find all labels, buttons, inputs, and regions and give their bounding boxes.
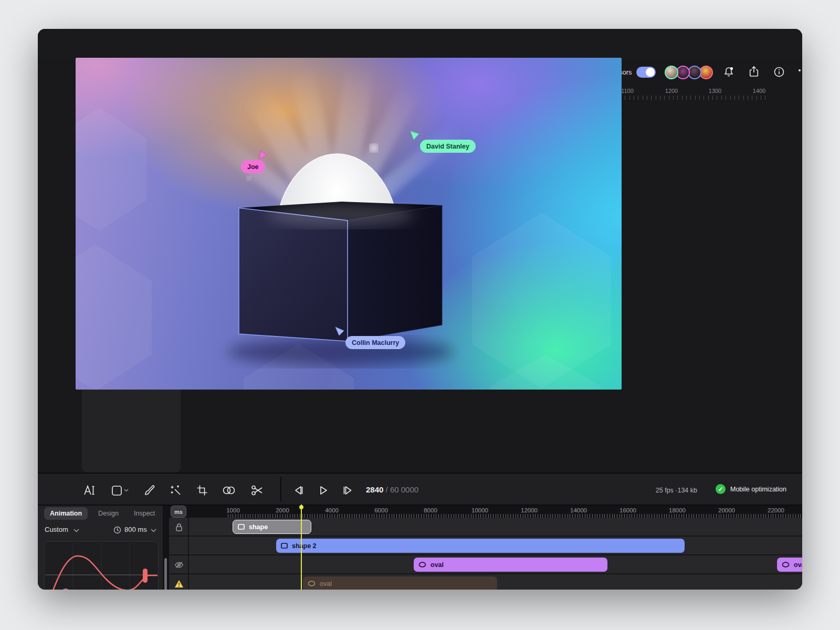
- toolbar: 2840 / 60 0000 25 fps ·134 kb ✓ Mobile o…: [38, 472, 802, 506]
- panel-divider: [163, 506, 169, 590]
- timeline-bar-oval[interactable]: oval: [777, 558, 802, 572]
- timeline-bar-oval[interactable]: oval: [414, 558, 607, 572]
- shape-tool-button[interactable]: [107, 482, 132, 499]
- timeline-panel: ms 1000 2000 4000 6000 8000 10000 12000 …: [169, 506, 802, 590]
- square-icon: [281, 543, 288, 549]
- animation-panel: Animation Design Inspect Custom 800 ms: [38, 506, 163, 590]
- frame-counter: 2840 / 60 0000: [366, 485, 418, 494]
- tab-animation[interactable]: Animation: [44, 507, 88, 520]
- tab-inspect[interactable]: Inspect: [128, 507, 161, 520]
- chevron-down-icon[interactable]: [151, 529, 156, 532]
- mobile-optimization-status[interactable]: ✓ Mobile optimization: [716, 484, 786, 494]
- rim-glow: [267, 204, 414, 227]
- timeline-ruler[interactable]: ms 1000 2000 4000 6000 8000 10000 12000 …: [169, 506, 802, 518]
- square-icon: [238, 524, 245, 530]
- easing-preset-select[interactable]: Custom: [45, 526, 68, 533]
- chevron-down-icon[interactable]: [74, 529, 79, 532]
- track-gutter: [169, 518, 189, 590]
- time-unit-badge: ms: [171, 506, 186, 518]
- text-tool-button[interactable]: [81, 482, 98, 499]
- total-frames: / 60 0000: [386, 485, 419, 494]
- curve-handle: [143, 569, 148, 583]
- check-icon: ✓: [716, 484, 726, 494]
- toggle-knob: [646, 68, 655, 77]
- collaborator-cursor-label: Collin Maclurry: [345, 336, 405, 349]
- oval-icon: [782, 562, 790, 568]
- collaborator-cursor-label: Joe: [241, 160, 265, 173]
- info-icon[interactable]: [773, 66, 785, 78]
- collaborator-cursor-icon: [335, 327, 344, 336]
- clock-icon: [113, 526, 121, 534]
- top-bar: My animations / Untitled Cursors: [38, 29, 802, 58]
- sparkle: [370, 144, 377, 152]
- collaborator-cursor-icon: [258, 150, 267, 160]
- playhead-handle[interactable]: [299, 505, 303, 509]
- playhead[interactable]: [301, 505, 302, 590]
- link-tool-button[interactable]: [220, 482, 237, 499]
- scissors-tool-button[interactable]: [249, 482, 266, 499]
- sparkle: [247, 176, 251, 181]
- chevron-down-icon: [124, 489, 129, 492]
- magic-wand-tool-button[interactable]: [167, 482, 184, 499]
- curve-control-point: [61, 589, 70, 590]
- previous-frame-button[interactable]: [290, 482, 307, 499]
- easing-curve-editor[interactable]: [44, 541, 159, 590]
- notifications-bell-icon[interactable]: [723, 66, 734, 78]
- easing-curve: [48, 556, 157, 590]
- oval-icon: [308, 581, 316, 586]
- visibility-off-icon[interactable]: [174, 560, 184, 570]
- fps-filesize-label: 25 fps ·134 kb: [656, 487, 697, 494]
- collaborator-cursor-label: David Stanley: [420, 140, 476, 153]
- share-icon[interactable]: [748, 66, 760, 78]
- current-frame: 2840: [366, 485, 383, 494]
- oval-icon: [418, 562, 426, 568]
- next-frame-button[interactable]: [339, 482, 356, 499]
- cursors-toggle[interactable]: [636, 67, 656, 78]
- collaborator-cursor-icon: [410, 131, 419, 140]
- lock-icon[interactable]: [174, 522, 184, 532]
- more-options-icon[interactable]: [798, 69, 802, 72]
- box-left-face: [239, 208, 348, 341]
- timeline-bar-shape[interactable]: shape: [233, 520, 311, 534]
- app-window: My animations / Untitled Cursors: [38, 29, 802, 590]
- timeline-bar-shape-2[interactable]: shape 2: [276, 539, 685, 553]
- box-shadow: [228, 338, 454, 365]
- duration-value[interactable]: 800 ms: [124, 526, 147, 533]
- timeline-bar-oval-muted[interactable]: oval: [303, 576, 497, 590]
- canvas-artboard[interactable]: Joe David Stanley Collin Maclurry: [76, 58, 622, 390]
- play-button[interactable]: [315, 482, 332, 499]
- tab-design[interactable]: Design: [92, 507, 124, 520]
- crop-tool-button[interactable]: [194, 482, 211, 499]
- pen-tool-button[interactable]: [141, 482, 158, 499]
- avatar[interactable]: [665, 66, 678, 79]
- vertical-scrollbar[interactable]: [164, 558, 167, 590]
- warning-icon[interactable]: [174, 579, 184, 589]
- toolbar-divider: [280, 477, 281, 502]
